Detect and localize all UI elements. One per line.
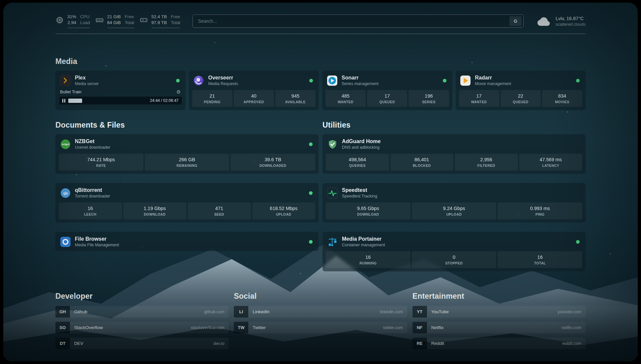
stat-value: 266 GB [146,157,228,162]
stat-label: UPLOAD [413,212,495,216]
stat-value: 22 [502,93,539,99]
stat-label: DOWNLOAD [327,212,409,216]
bookmark-url: dev.to [213,341,224,346]
service-name: AdGuard Home [342,138,381,144]
service-card-speedtest[interactable]: Speedtest Speedtest Tracking 9.65 Gbps D… [322,183,586,223]
service-card-plex[interactable]: Plex Media server Bullet Train ⚙ 24:44 /… [55,71,186,110]
stat-label: UPLOAD [254,212,314,216]
documents-column: Documents & Files nzbget NZBGet Usenet d [55,121,319,271]
stat-value: 16 [60,206,121,211]
bookmark-url: netflix.com [562,325,581,330]
stat-label: TOTAL [499,261,581,265]
bookmark-abbr: NF [412,322,427,333]
disk-total-label: Total [171,20,180,26]
cpu-usage-label: CPU [80,14,90,20]
stat-label: QUEUED [502,100,539,104]
bookmark-abbr: SO [55,322,70,333]
service-name: Speedtest [342,187,377,193]
filebrowser-icon [59,236,71,248]
pause-icon[interactable] [62,99,65,103]
stat-value: 834 [543,93,581,99]
service-description: Media Requests [208,81,238,86]
portainer-icon [326,236,338,248]
cpu-chip-icon [55,16,64,24]
cpu-load-value: 2.94 [67,20,76,26]
stat-label: REMAINING [146,164,228,167]
stat-pending: 21 PENDING [192,90,232,107]
bookmark-url: twitter.com [383,325,403,330]
bookmark-group-social: Social LI LinkedIn linkedin.com TW Twitt… [234,292,407,353]
service-card-overseerr[interactable]: Overseerr Media Requests 21 PENDING 40 A… [189,71,319,110]
header-divider [55,34,586,34]
utilities-column: Utilities AdGuard Home [322,121,586,271]
bookmark-abbr: GH [55,306,70,318]
memory-total-value: 64 GiB [107,20,121,26]
bookmark-youtube[interactable]: YT YouTube youtube.com [412,306,586,318]
weather-condition: scattered clouds [556,22,586,27]
stat-label: WANTED [327,100,364,104]
status-online-dot [309,79,313,82]
media-card-grid: Plex Media server Bullet Train ⚙ 24:44 /… [55,71,586,110]
service-card-sonarr[interactable]: Sonarr Series management 485 WANTED 17 Q… [322,71,452,110]
section-title-documents: Documents & Files [55,121,319,130]
bookmark-stackoverflow[interactable]: SO StackOverflow stackoverflow.com [55,322,229,333]
radarr-icon [460,75,472,86]
service-card-nzbget[interactable]: nzbget NZBGet Usenet downloader 744.21 M… [55,134,319,174]
service-description: DNS and adblocking [342,145,381,150]
service-card-radarr[interactable]: Radarr Movie management 17 WANTED 22 QUE… [456,71,586,110]
bookmark-reddit[interactable]: RE Reddit reddit.com [412,338,586,349]
status-online-dot [309,142,313,146]
stat-label: DOWNLOADED [232,164,314,167]
gear-icon[interactable]: ⚙ [176,89,181,94]
memory-free-value: 21 GiB [107,14,121,20]
bookmark-group-developer: Developer GH Github github.com SO StackO… [55,292,229,353]
service-name: Plex [75,75,99,81]
bookmark-netflix[interactable]: NF Netflix netflix.com [412,322,586,333]
stat-label: LATENCY [521,164,581,167]
stat-label: DOWNLOAD [125,212,185,216]
service-card-portainer[interactable]: Media Portainer Container management 16 … [322,232,586,271]
bookmark-name: Twitter [253,325,266,330]
bookmark-github[interactable]: GH Github github.com [55,306,229,318]
bookmark-name: LinkedIn [253,309,269,314]
stat-value: 196 [410,93,447,99]
stat-queued: 17 QUEUED [367,90,407,107]
service-description: Container management [342,243,385,247]
adguard-icon [326,138,338,150]
search-bar: G [193,15,524,28]
middle-two-column-grid: Documents & Files nzbget NZBGet Usenet d [55,121,586,271]
stat-value: 47.569 ms [521,157,581,162]
memory-widget: 21 GiB Free 64 GiB Total [95,14,134,28]
stat-total: 16 TOTAL [498,251,582,268]
service-card-qbittorrent[interactable]: qb qBittorrent Torrent downloader 16 LEE… [55,183,319,223]
bookmark-linkedin[interactable]: LI LinkedIn linkedin.com [234,306,407,318]
stat-movies: 834 MOVIES [542,90,582,107]
stat-value: 0 [413,255,495,260]
stat-value: 9.24 Gbps [413,206,495,211]
stat-value: 498,564 [327,157,388,162]
playback-progress-bar[interactable]: 24:44 / 02:06:47 [59,97,182,105]
stat-label: STOPPED [413,261,495,265]
bookmark-url: github.com [204,310,224,314]
stat-upload: 9.24 Gbps UPLOAD [412,202,497,219]
service-card-filebrowser[interactable]: File Browser Media File Management [55,232,319,251]
bookmark-name: DEV [74,341,83,346]
bookmark-dev[interactable]: DT DEV dev.to [55,338,229,349]
stat-value: 471 [189,206,250,211]
stat-label: PENDING [194,100,231,104]
service-card-adguard[interactable]: AdGuard Home DNS and adblocking 498,564 … [322,134,586,174]
stat-value: 21 [194,93,231,99]
service-name: qBittorrent [75,187,110,193]
stat-value: 945 [277,93,314,99]
bookmark-twitter[interactable]: TW Twitter twitter.com [234,322,407,333]
stat-value: 40 [235,93,273,99]
cpu-widget: 31% CPU 2.94 Load [55,14,90,28]
search-provider-button[interactable]: G [509,16,522,26]
service-name: Radarr [475,75,511,81]
bookmarks-grid: Developer GH Github github.com SO StackO… [55,292,586,353]
plex-icon [59,75,71,86]
bookmark-name: Netflix [431,325,444,330]
memory-free-label: Free [125,14,134,20]
service-name: Overseerr [208,75,238,81]
search-input[interactable] [198,18,509,24]
